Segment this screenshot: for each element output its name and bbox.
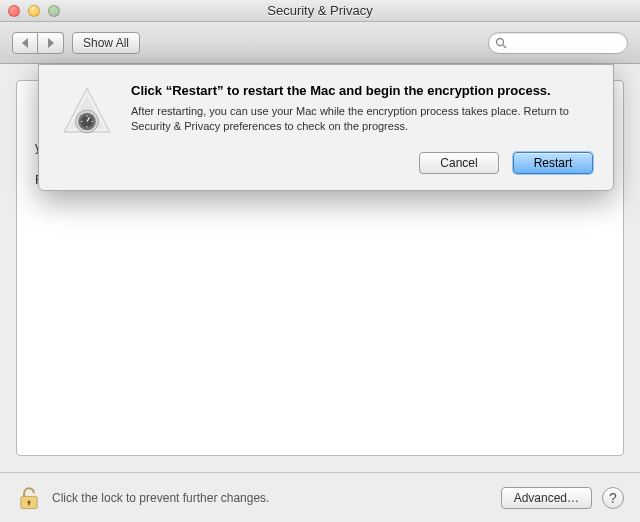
nav-buttons: [12, 32, 64, 54]
toolbar: Show All: [0, 22, 640, 64]
sheet-title: Click “Restart” to restart the Mac and b…: [131, 83, 593, 98]
titlebar: Security & Privacy: [0, 0, 640, 22]
show-all-button[interactable]: Show All: [72, 32, 140, 54]
svg-point-0: [497, 38, 504, 45]
zoom-window-button[interactable]: [48, 5, 60, 17]
svg-rect-4: [28, 502, 30, 505]
forward-button[interactable]: [38, 32, 64, 54]
forward-icon: [47, 38, 55, 48]
advanced-button[interactable]: Advanced…: [501, 487, 592, 509]
sheet-buttons: Cancel Restart: [131, 152, 593, 174]
help-button[interactable]: ?: [602, 487, 624, 509]
restart-sheet: Click “Restart” to restart the Mac and b…: [38, 64, 614, 191]
window-controls: [0, 5, 60, 17]
svg-line-1: [503, 45, 506, 48]
help-icon: ?: [609, 490, 617, 506]
search-input[interactable]: [511, 36, 627, 50]
restart-button[interactable]: Restart: [513, 152, 593, 174]
show-all-label: Show All: [83, 36, 129, 50]
sheet-body: Click “Restart” to restart the Mac and b…: [131, 83, 593, 174]
bottom-bar: Click the lock to prevent further change…: [0, 472, 640, 522]
cancel-button[interactable]: Cancel: [419, 152, 499, 174]
back-button[interactable]: [12, 32, 38, 54]
sheet-message: After restarting, you can use your Mac w…: [131, 104, 593, 134]
filevault-dial-icon: [59, 83, 115, 139]
lock-text: Click the lock to prevent further change…: [52, 491, 491, 505]
minimize-window-button[interactable]: [28, 5, 40, 17]
search-icon: [495, 37, 507, 49]
unlock-icon[interactable]: [16, 485, 42, 511]
window-title: Security & Privacy: [267, 3, 372, 18]
close-window-button[interactable]: [8, 5, 20, 17]
search-field[interactable]: [488, 32, 628, 54]
back-icon: [21, 38, 29, 48]
